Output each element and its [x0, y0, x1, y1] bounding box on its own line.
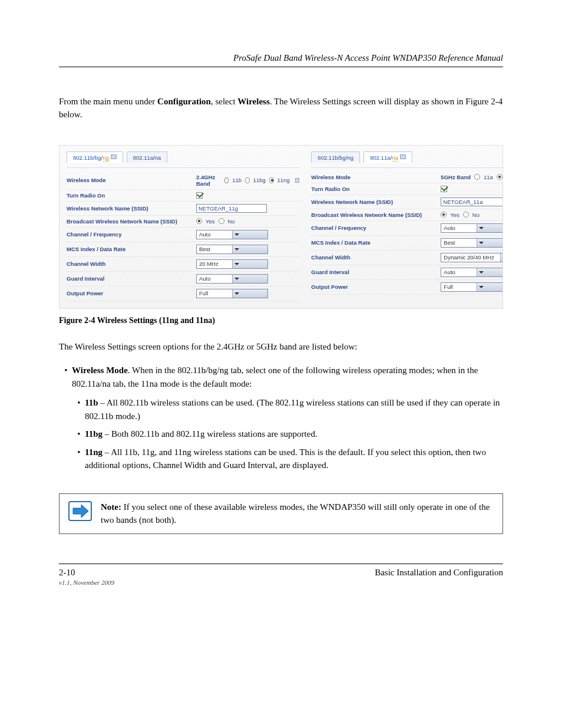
row-label: Turn Radio On [67, 192, 196, 199]
row-label: Channel Width [311, 254, 441, 261]
settings-row: Turn Radio On [311, 183, 503, 195]
body-text: The Wireless Settings screen options for… [59, 341, 503, 354]
list-item: 11ng – All 11b, 11g, and 11ng wireless s… [85, 446, 503, 472]
figure-caption: Figure 2-4 Wireless Settings (11ng and 1… [59, 316, 503, 325]
help-icon [400, 154, 406, 159]
select[interactable]: Auto [441, 223, 503, 233]
settings-row: Wireless Mode2.4GHz Band11b11bg11ng [67, 172, 299, 190]
settings-row: Output PowerFull [311, 280, 503, 295]
tab-11ng[interactable]: 802.11b/bg/ng [67, 151, 123, 163]
row-value: Auto [196, 230, 299, 239]
tabs-right: 802.11b/bg/ng 802.11a/na [311, 151, 503, 163]
list-item: 11b – All 802.11b wireless stations can … [85, 396, 503, 423]
radio-no[interactable] [219, 218, 224, 224]
page-header: ProSafe Dual Band Wireless-N Access Poin… [59, 53, 503, 67]
list-item: 11bg – Both 802.11b and 802.11g wireless… [85, 427, 503, 441]
settings-row: MCS Index / Data RateBest [67, 242, 299, 257]
settings-panel-right: Wireless Mode5GHz Band11a11naTurn Radio … [311, 167, 503, 295]
select[interactable]: 20 MHz [196, 259, 268, 269]
chevron-down-icon [477, 224, 503, 232]
page-number: 2-10 [59, 568, 114, 578]
select[interactable]: Auto [441, 268, 503, 277]
bullet-list: Wireless Mode. When in the 802.11b/bg/ng… [59, 364, 503, 472]
row-label: Wireless Network Name (SSID) [311, 199, 441, 205]
settings-row: Channel Width20 MHz [67, 257, 299, 272]
text-input[interactable] [196, 204, 267, 213]
row-value [196, 204, 299, 213]
figure-screenshots: 802.11b/bg/ng 802.11a/na Wireless Mode2.… [59, 145, 503, 309]
settings-row: Broadcast Wireless Network Name (SSID)Ye… [311, 209, 503, 221]
chevron-down-icon [500, 253, 503, 262]
row-value: 5GHz Band11a11na [441, 174, 503, 180]
row-value [441, 197, 503, 206]
settings-row: Broadcast Wireless Network Name (SSID)Ye… [67, 216, 299, 228]
page-footer: 2-10 v1.1, November 2009 Basic Installat… [59, 564, 503, 586]
settings-row: Wireless Network Name (SSID) [311, 195, 503, 209]
footer-section-title: Basic Installation and Configuration [375, 568, 503, 586]
radio-11ng[interactable] [269, 177, 274, 183]
radio-11b[interactable] [224, 177, 229, 183]
row-label: Output Power [311, 284, 441, 290]
select[interactable]: Auto [196, 274, 268, 284]
chevron-down-icon [232, 260, 267, 268]
select[interactable]: Dynamic 20/40 MHz [441, 253, 503, 262]
row-label: Channel / Frequency [67, 231, 196, 238]
settings-row: Guard IntervalAuto [67, 272, 299, 286]
chevron-down-icon [232, 289, 267, 298]
note-text: Note: If you select one of these availab… [101, 501, 494, 527]
chevron-down-icon [477, 283, 503, 291]
select[interactable]: Auto [196, 230, 268, 239]
settings-row: Wireless Mode5GHz Band11a11na [311, 172, 503, 183]
doc-version: v1.1, November 2009 [59, 579, 114, 586]
row-label: Output Power [67, 290, 196, 297]
intro-paragraph: From the main menu under Configuration, … [59, 95, 503, 121]
text-input[interactable] [441, 197, 503, 206]
row-label: MCS Index / Data Rate [67, 246, 196, 252]
row-value: 2.4GHz Band11b11bg11ng [196, 174, 299, 187]
select[interactable]: Full [196, 289, 268, 298]
tab-11na[interactable]: 802.11a/na [363, 151, 412, 163]
row-label: Guard Interval [311, 269, 441, 275]
screenshot-11na: 802.11b/bg/ng 802.11a/na Wireless Mode5G… [311, 151, 503, 301]
radio-11na[interactable] [497, 174, 503, 180]
row-value: Auto [441, 268, 503, 277]
settings-row: Output PowerFull [67, 286, 299, 301]
settings-row: Guard IntervalAuto [311, 265, 503, 280]
row-label: Turn Radio On [311, 186, 441, 192]
chevron-down-icon [232, 230, 267, 239]
row-value: Auto [196, 274, 299, 284]
chevron-down-icon [232, 245, 267, 253]
row-label: Wireless Mode [67, 177, 196, 183]
row-value [441, 186, 503, 192]
row-label: Guard Interval [67, 275, 196, 282]
row-value: Full [441, 282, 503, 292]
radio-yes[interactable] [441, 212, 447, 218]
radio-no[interactable] [463, 212, 469, 218]
select[interactable]: Full [441, 282, 503, 292]
radio-yes[interactable] [196, 218, 202, 224]
checkbox[interactable] [196, 192, 203, 199]
settings-row: Channel / FrequencyAuto [67, 228, 299, 242]
row-label: Wireless Mode [311, 174, 441, 180]
settings-panel-left: Wireless Mode2.4GHz Band11b11bg11ngTurn … [67, 167, 299, 301]
row-label: Channel Width [67, 261, 196, 267]
select[interactable]: Best [441, 238, 503, 248]
tab-11bg-ng-right[interactable]: 802.11b/bg/ng [311, 151, 360, 163]
settings-row: Channel WidthDynamic 20/40 MHz [311, 251, 503, 265]
row-label: Broadcast Wireless Network Name (SSID) [311, 212, 441, 218]
chevron-down-icon [232, 275, 267, 283]
chevron-down-icon [477, 239, 503, 247]
select[interactable]: Best [196, 245, 268, 254]
help-icon [111, 154, 117, 159]
note-arrow-icon [68, 501, 92, 521]
radio-11a[interactable] [474, 174, 480, 180]
settings-row: MCS Index / Data RateBest [311, 236, 503, 251]
row-value: YesNo [441, 212, 503, 218]
row-value: Best [441, 238, 503, 248]
checkbox[interactable] [441, 186, 447, 192]
radio-11bg[interactable] [245, 177, 250, 183]
row-value: Auto [441, 223, 503, 233]
tab-11a-na-left[interactable]: 802.11a/na [127, 151, 168, 163]
row-value: Full [196, 289, 299, 298]
settings-row: Turn Radio On [67, 190, 299, 202]
